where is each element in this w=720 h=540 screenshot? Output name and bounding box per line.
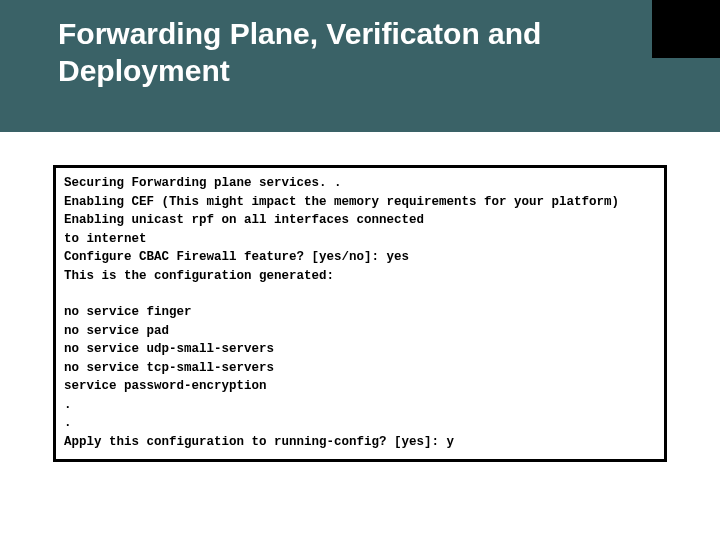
terminal-line: no service udp-small-servers <box>64 340 656 359</box>
terminal-line: Securing Forwarding plane services. . <box>64 174 656 193</box>
terminal-line: Apply this configuration to running-conf… <box>64 433 656 452</box>
terminal-line: to internet <box>64 230 656 249</box>
terminal-line: This is the configuration generated: <box>64 267 656 286</box>
terminal-line: . <box>64 396 656 415</box>
terminal-line: . <box>64 414 656 433</box>
terminal-line: Enabling CEF (This might impact the memo… <box>64 193 656 212</box>
terminal-line: Enabling unicast rpf on all interfaces c… <box>64 211 656 230</box>
terminal-line: service password-encryption <box>64 377 656 396</box>
terminal-line: no service pad <box>64 322 656 341</box>
terminal-line: no service finger <box>64 303 656 322</box>
slide-title: Forwarding Plane, Verificaton and Deploy… <box>58 16 598 89</box>
header-corner-notch <box>652 0 720 58</box>
terminal-blank-line <box>64 285 656 303</box>
terminal-output-box: Securing Forwarding plane services. . En… <box>53 165 667 462</box>
terminal-line: Configure CBAC Firewall feature? [yes/no… <box>64 248 656 267</box>
terminal-line: no service tcp-small-servers <box>64 359 656 378</box>
